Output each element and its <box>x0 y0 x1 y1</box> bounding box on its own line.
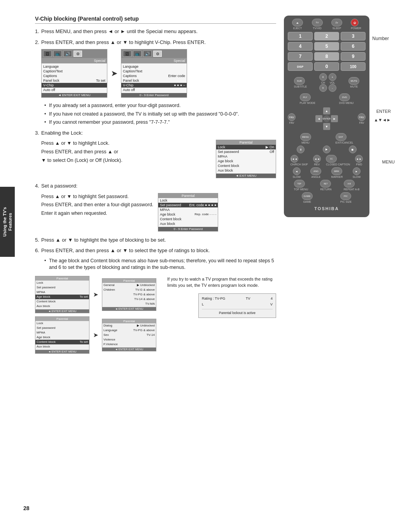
vol-up[interactable]: + <box>329 73 336 81</box>
parental-sm-header: Parental <box>35 276 89 281</box>
parental-sm-row-content: Content blockTo set <box>35 340 89 344</box>
slow-right-col: ► SLOW <box>353 167 361 178</box>
power-col: ⏻ POWER <box>351 19 361 30</box>
num-3[interactable]: 3 <box>341 32 366 40</box>
power-button[interactable]: ⏻ <box>351 19 359 26</box>
parental-sm-row: Set password <box>35 326 89 330</box>
slow-right-label: SLOW <box>353 176 361 178</box>
ch-vol-cluster: ∧ CH ∨ + VOL - <box>319 73 336 92</box>
skip-back-button[interactable]: |◄◄ <box>290 155 298 163</box>
ch-up[interactable]: ∧ <box>319 73 327 81</box>
num-9[interactable]: 9 <box>341 52 366 61</box>
step4-text: Press ▲ or ▼ to highlight Set password. … <box>41 193 153 232</box>
ch-down[interactable]: ∨ <box>319 84 327 92</box>
num-1[interactable]: 1 <box>288 32 313 40</box>
dpad-left[interactable]: ◄ <box>315 115 322 122</box>
playmode-button[interactable]: PLY <box>300 93 311 101</box>
sub-bullet-item: The age block and Content block menus al… <box>44 258 276 271</box>
parental-sm-row-age: Age blockTo set <box>35 295 89 299</box>
bullet-1: If you already set a password, enter you… <box>44 102 276 109</box>
menu-button[interactable]: MENU <box>300 133 311 141</box>
parental-header: Parental <box>216 140 276 145</box>
tvvid-col: TV TV/VID <box>312 19 323 30</box>
dpad-down[interactable]: ▼ <box>323 123 330 130</box>
parental-row: Lock <box>158 198 218 203</box>
tvvid-button[interactable]: TV <box>312 19 323 26</box>
age-block-row: Parental Lock Set password MPAA Age bloc… <box>35 276 163 313</box>
parental-sm-row: Set password <box>35 285 89 290</box>
play-button[interactable]: ▶ <box>323 146 331 153</box>
num-4[interactable]: 4 <box>288 42 313 51</box>
num-5[interactable]: 5 <box>314 42 339 51</box>
picsize-button[interactable]: PIC <box>340 192 351 200</box>
slow-right-button[interactable]: ► <box>353 167 360 175</box>
dvdmenu-label: DVD MENU <box>339 102 354 104</box>
slow-button[interactable]: ◄ <box>293 167 301 175</box>
sleep-col: Zz SLEEP <box>331 19 342 30</box>
tvvid-label: TV/VID <box>312 27 323 30</box>
eject-button[interactable]: ⏏ <box>292 19 303 26</box>
menu-row: CaptionsEnter code <box>121 74 187 78</box>
num-100[interactable]: 100 <box>341 62 366 71</box>
cc-col: CC CLOSED CAPTION <box>326 155 350 166</box>
fav-button[interactable]: FAV <box>288 113 296 121</box>
rev-label: REV <box>313 163 321 166</box>
rev-col: ◄◄ REV <box>313 155 321 166</box>
exit-button[interactable]: EXIT <box>336 133 346 141</box>
dpad-right[interactable]: ► <box>331 115 338 122</box>
parental-footer: ◄ EXIT MENU <box>216 174 276 178</box>
rating-v: V <box>270 302 273 307</box>
rev-button[interactable]: ◄◄ <box>313 155 321 163</box>
rating-l: L <box>202 302 204 307</box>
menu-box-header-left: Special <box>42 58 107 63</box>
subtitle-button[interactable]: SUB <box>294 77 305 85</box>
rating-box: Rating : TV-PG TV 4 L V Parental lockout… <box>198 293 276 318</box>
sleep-button[interactable]: Zz <box>331 19 342 26</box>
menu-icon-r1: 🖼 <box>123 51 131 57</box>
section-heading: V-Chip blocking (Parental control) setup <box>35 16 276 24</box>
dpad-empty2 <box>331 107 338 114</box>
parental-row: Set passwordOff <box>216 149 276 154</box>
sidebar-tab: Using the TV's Features <box>0 187 15 257</box>
topmenu-button[interactable]: TOP <box>294 180 305 188</box>
cc-button[interactable]: CC <box>326 155 337 163</box>
num-2[interactable]: 2 <box>314 32 339 40</box>
step-5-num: 5. <box>35 236 39 244</box>
picsize-col: PIC PIC SIZE <box>340 192 352 203</box>
num-0[interactable]: 0 <box>314 62 339 71</box>
game-row: GAME GAME PIC PIC SIZE <box>288 192 366 203</box>
vol-down[interactable]: - <box>329 84 336 92</box>
marker-button[interactable]: MRK <box>331 167 342 175</box>
parental-box-password: Parental Lock Set passwordEnt. code ● ● … <box>158 193 218 232</box>
marker-label: MARKER <box>331 176 343 178</box>
num-7[interactable]: 7 <box>288 52 313 61</box>
pause-button[interactable]: ⏸ <box>297 146 304 153</box>
fav-right-button[interactable]: FAV <box>358 113 366 121</box>
enter-button[interactable]: ENTER <box>323 115 330 122</box>
parental-row: Age block <box>216 159 276 163</box>
fav-col: FAV FAV <box>288 113 296 124</box>
num-6[interactable]: 6 <box>341 42 366 51</box>
mute-button[interactable]: MUTE <box>348 77 359 85</box>
fwd-button[interactable]: ►► <box>355 155 363 163</box>
num-display[interactable]: DISP <box>288 62 313 71</box>
enabling-text: Press ▲ or ▼ to highlight Lock. Press EN… <box>41 140 211 178</box>
sidebar-label: Using the TV's Features <box>2 207 13 237</box>
parental-sm-row: Age block <box>35 335 89 340</box>
step-3: 3. Enabling the Lock: <box>35 129 276 137</box>
return-button[interactable]: RET <box>320 180 331 188</box>
parental-sm-content-right: Parental Dialog▶ Unblocked LanguageTV-PG… <box>102 319 156 351</box>
num-8[interactable]: 8 <box>314 52 339 61</box>
menu-icon-3: 🔊 <box>63 51 72 57</box>
stop-button[interactable]: ⏹ <box>349 146 357 153</box>
marker-col: MRK MARKER <box>331 167 343 178</box>
parental-sm-row: Lock <box>35 321 89 326</box>
menu-screenshots: 🖼 📺 🔊 ⚙ Special Language Caption/Text Ca… <box>41 49 276 98</box>
menu-row-remote: MENU MENU EXIT EXIT/CANCEL <box>288 133 366 144</box>
angle-button[interactable]: ANG <box>310 167 321 175</box>
dpad-up[interactable]: ▲ <box>323 107 330 114</box>
game-button[interactable]: GAME <box>302 192 313 200</box>
dvdmenu-button[interactable]: DVD <box>339 93 350 101</box>
menu-box-header-right: Special <box>121 58 187 63</box>
repeatab-button[interactable]: A-B <box>344 180 355 188</box>
